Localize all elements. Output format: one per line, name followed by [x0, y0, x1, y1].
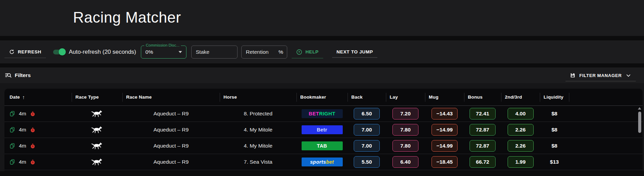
column-header-date[interactable]: Date ↑ — [4, 93, 72, 102]
horse-name: 8. Protected — [244, 111, 272, 117]
lay-odds[interactable]: 7.80 — [392, 124, 418, 136]
back-odds[interactable]: 6.50 — [354, 108, 380, 120]
table-scrollbar[interactable] — [637, 107, 642, 171]
bookmaker-badge[interactable]: sportsbet — [302, 158, 343, 166]
copy-icon[interactable] — [10, 127, 15, 133]
scrollbar-thumb[interactable] — [638, 112, 641, 133]
next-to-jump-label: NEXT TO JUMP — [337, 49, 373, 54]
sort-asc-icon[interactable]: ↑ — [22, 94, 25, 100]
bonus-value[interactable]: 66.72 — [470, 156, 496, 168]
mug-value[interactable]: −18.45 — [432, 156, 458, 168]
column-header-lay[interactable]: Lay — [386, 93, 425, 102]
commission-discount-select[interactable]: Commission Disc... 0% — [141, 46, 186, 59]
liquidity-value: $8 — [551, 143, 557, 149]
column-header-race-type[interactable]: Race Type — [72, 93, 122, 102]
bonus-value[interactable]: 72.87 — [470, 124, 496, 136]
column-header-spacer — [569, 93, 643, 102]
second-third-value[interactable]: 1.99 — [508, 156, 534, 168]
filters-label: Filters — [15, 72, 31, 78]
table-row[interactable]: 4m Aqueduct – R9 4. My Mitole — [4, 138, 643, 154]
bookmaker-badge[interactable]: Betr — [302, 125, 343, 134]
horse-name: 4. My Mitole — [244, 127, 272, 133]
column-header-label: Liquidity — [544, 95, 563, 100]
bookmaker-badge-text: TAB — [317, 143, 327, 149]
mug-value[interactable]: −14.99 — [432, 124, 458, 136]
refresh-label: REFRESH — [18, 49, 41, 54]
column-header-2nd-3rd[interactable]: 2nd/3rd — [501, 93, 540, 102]
table-section: Date ↑ Race Type Race Name Horse Bookmak… — [0, 83, 644, 171]
liquidity-value: $8 — [551, 127, 557, 133]
help-label: HELP — [305, 49, 318, 54]
column-header-bookmaker[interactable]: Bookmaker — [296, 93, 348, 102]
second-third-value[interactable]: 2.26 — [508, 140, 534, 152]
column-header-label: Race Type — [75, 95, 99, 100]
dropdown-caret-icon — [179, 51, 182, 53]
second-third-value[interactable]: 4.00 — [508, 108, 534, 120]
stopwatch-icon — [30, 111, 35, 116]
back-odds[interactable]: 5.50 — [354, 156, 380, 168]
time-to-jump: 4m — [19, 111, 26, 117]
table-row[interactable]: 4m Aqueduct – R9 4. My Mitole — [4, 122, 643, 138]
save-icon — [570, 73, 575, 78]
auto-refresh-toggle[interactable] — [53, 50, 65, 54]
column-header-label: 2nd/3rd — [505, 95, 522, 100]
column-header-label: Race Name — [126, 95, 152, 100]
stake-input[interactable] — [191, 46, 238, 59]
next-to-jump-button[interactable]: NEXT TO JUMP — [332, 46, 378, 58]
race-name[interactable]: Aqueduct – R9 — [154, 111, 189, 117]
time-to-jump: 4m — [19, 143, 26, 149]
column-header-label: Back — [351, 95, 363, 100]
copy-icon[interactable] — [10, 111, 15, 116]
race-name[interactable]: Aqueduct – R9 — [154, 143, 189, 149]
filter-manager-label: FILTER MANAGER — [579, 73, 622, 78]
horse-name: 7. Sea Vista — [244, 159, 272, 165]
filter-search-icon — [5, 72, 12, 79]
column-header-race-name[interactable]: Race Name — [122, 93, 220, 102]
second-third-value[interactable]: 2.26 — [508, 124, 534, 136]
copy-icon[interactable] — [10, 143, 15, 149]
horse-racing-icon — [91, 110, 103, 118]
scroll-up-icon[interactable] — [638, 107, 641, 110]
race-name[interactable]: Aqueduct – R9 — [154, 159, 189, 165]
column-header-liquidity[interactable]: Liquidity — [540, 93, 569, 102]
horse-racing-icon — [91, 158, 103, 166]
lay-odds[interactable]: 7.80 — [392, 140, 418, 152]
filters-toggle[interactable]: Filters — [5, 72, 31, 79]
bookmaker-badge-text: bet — [326, 159, 334, 165]
bookmaker-badge[interactable]: TAB — [302, 141, 343, 150]
back-odds[interactable]: 7.00 — [354, 140, 380, 152]
mug-value[interactable]: −14.99 — [432, 140, 458, 152]
commission-discount-value: 0% — [145, 49, 153, 55]
column-header-label: Bonus — [468, 95, 483, 100]
bookmaker-badge-text: RIGHT — [319, 111, 335, 116]
table-body: 4m Aqueduct – R9 8. Protected — [4, 106, 643, 170]
filter-manager-button[interactable]: FILTER MANAGER — [566, 70, 636, 81]
column-header-label: Lay — [390, 95, 398, 100]
column-header-bonus[interactable]: Bonus — [464, 93, 501, 102]
lay-odds[interactable]: 7.20 — [392, 108, 418, 120]
chevron-down-icon — [625, 73, 631, 78]
matcher-table: Date ↑ Race Type Race Name Horse Bookmak… — [4, 89, 643, 171]
lay-odds[interactable]: 6.40 — [392, 156, 418, 168]
back-odds[interactable]: 7.00 — [354, 124, 380, 136]
auto-refresh-label: Auto-refresh (20 seconds) — [69, 49, 136, 55]
help-button[interactable]: ? HELP — [292, 46, 323, 59]
copy-icon[interactable] — [10, 159, 15, 165]
stopwatch-icon — [30, 143, 35, 149]
column-header-back[interactable]: Back — [348, 93, 386, 102]
bonus-value[interactable]: 72.41 — [470, 108, 496, 120]
bookmaker-badge-text: BET — [309, 111, 319, 116]
bookmaker-badge[interactable]: BETRIGHT — [302, 109, 343, 118]
liquidity-value: $8 — [551, 111, 557, 117]
bonus-value[interactable]: 72.87 — [470, 140, 496, 152]
time-to-jump: 4m — [19, 127, 26, 133]
column-header-horse[interactable]: Horse — [220, 93, 296, 102]
title-bar: Racing Matcher — [0, 0, 644, 36]
refresh-button[interactable]: REFRESH — [4, 46, 46, 58]
mug-value[interactable]: −14.43 — [432, 108, 458, 120]
table-row[interactable]: 4m Aqueduct – R9 7. Sea Vista — [4, 154, 643, 170]
column-header-mug[interactable]: Mug — [425, 93, 464, 102]
race-name[interactable]: Aqueduct – R9 — [154, 127, 189, 133]
table-row[interactable]: 4m Aqueduct – R9 8. Protected — [4, 106, 643, 122]
svg-text:?: ? — [298, 50, 300, 54]
